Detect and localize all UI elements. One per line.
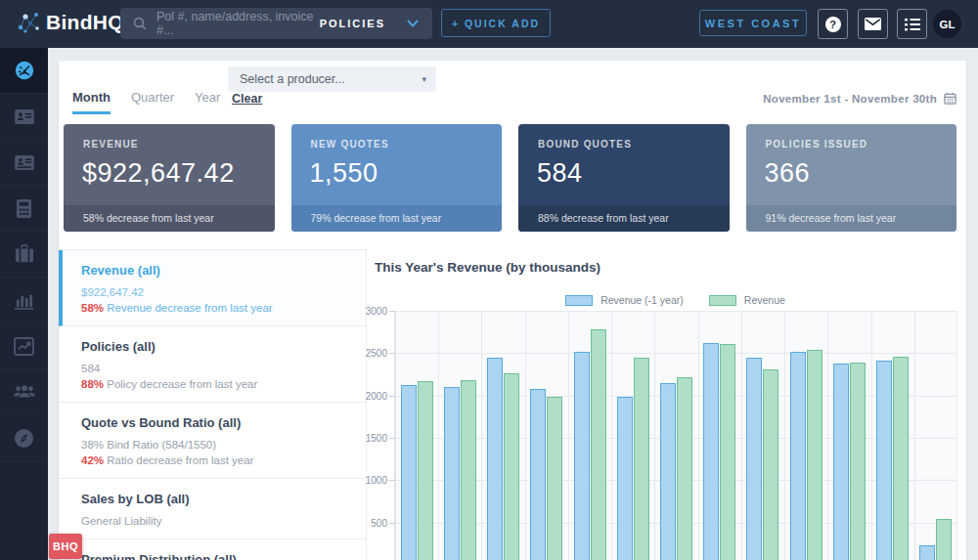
tab-month[interactable]: Month — [72, 90, 111, 114]
x-gridline — [568, 311, 569, 560]
legend-swatch — [709, 295, 736, 306]
x-gridline — [525, 311, 526, 560]
sidebar-item-compass[interactable] — [0, 415, 48, 461]
stat-card-footer: 88% decrease from last year — [518, 205, 730, 232]
metric-title: Quote vs Bound Ratio (all) — [81, 415, 350, 430]
stat-card-new-quotes: NEW QUOTES1,55079% decrease from last ye… — [291, 124, 503, 232]
dashboard-panel: Select a producer... ▾ MonthQuarterYear … — [59, 61, 966, 560]
stat-card-title: REVENUE — [83, 139, 139, 150]
metric-change-pct: 88% — [81, 378, 104, 390]
tab-quarter[interactable]: Quarter — [131, 90, 174, 114]
activity-list-button[interactable] — [897, 9, 927, 39]
bar-prev-year — [487, 358, 503, 560]
users-icon — [13, 383, 36, 401]
calculator-icon — [16, 198, 32, 219]
x-gridline — [956, 311, 957, 560]
sidebar-item-id-card[interactable] — [0, 94, 48, 140]
metric-item-premium-distribution-all[interactable]: Premium Distribution (all) — [59, 539, 366, 560]
y-gridline — [395, 523, 956, 524]
stat-card-footer: 91% decrease from last year — [746, 205, 957, 232]
chart-legend: Revenue (-1 year)Revenue — [394, 294, 956, 306]
bar-current-year — [807, 350, 822, 560]
y-gridline — [395, 353, 956, 354]
contact-card-icon — [14, 154, 35, 171]
sidebar-item-contact-card[interactable] — [0, 140, 48, 186]
user-avatar[interactable]: GL — [933, 10, 961, 38]
metric-change-line: 42% Ratio decrease from last year — [81, 454, 350, 466]
select-caret-icon: ▾ — [422, 74, 426, 84]
sidebar-item-gauge[interactable] — [0, 48, 48, 94]
y-gridline — [395, 480, 956, 481]
bar-prev-year — [530, 389, 546, 560]
producer-select-value: Select a producer... — [240, 72, 422, 86]
search-input[interactable]: Pol #, name/address, invoice #... — [156, 10, 320, 37]
stat-card-value: 366 — [765, 158, 811, 189]
date-range-picker[interactable]: November 1st - November 30th — [763, 92, 956, 105]
chevron-down-icon[interactable] — [407, 20, 419, 27]
quick-add-button[interactable]: + QUICK ADD — [441, 9, 551, 37]
x-gridline — [827, 311, 828, 560]
question-icon: ? — [825, 17, 841, 32]
network-logo-icon — [16, 10, 41, 35]
chart-title: This Year's Revenue (by thousands) — [375, 260, 600, 275]
bar-prev-year — [617, 397, 633, 560]
legend-label: Revenue — [744, 294, 785, 306]
date-range-text: November 1st - November 30th — [763, 93, 937, 105]
producer-select[interactable]: Select a producer... ▾ — [228, 66, 436, 92]
bar-current-year — [850, 363, 866, 560]
sidebar-item-bar-chart[interactable] — [0, 278, 48, 323]
stat-card-revenue: REVENUE$922,647.4258% decrease from last… — [64, 124, 275, 232]
metric-change-line: 88% Policy decrease from last year — [81, 378, 350, 390]
tab-year[interactable]: Year — [195, 90, 220, 114]
metric-item-quote-vs-bound-ratio-all[interactable]: Quote vs Bound Ratio (all)38% Bind Ratio… — [59, 403, 366, 479]
help-button[interactable]: ? — [818, 9, 848, 39]
stat-card-footer: 58% decrease from last year — [64, 205, 275, 232]
brand-logo[interactable]: BindHQ — [16, 10, 124, 35]
stat-card-title: BOUND QUOTES — [538, 139, 632, 150]
metric-change-pct: 58% — [81, 302, 104, 314]
metric-title: Revenue (all) — [81, 263, 350, 278]
x-gridline — [654, 311, 655, 560]
clear-filters-link[interactable]: Clear — [232, 92, 262, 106]
bar-prev-year — [790, 352, 806, 560]
sidebar-item-users[interactable] — [0, 369, 48, 415]
bar-chart-icon — [14, 291, 34, 310]
bar-current-year — [418, 381, 433, 560]
sidebar-item-calculator[interactable] — [0, 186, 48, 232]
legend-label: Revenue (-1 year) — [600, 294, 684, 306]
search-scope-select[interactable]: POLICIES — [320, 18, 385, 29]
bar-prev-year — [574, 352, 590, 560]
y-gridline — [395, 396, 956, 397]
bar-prev-year — [444, 387, 460, 560]
y-tick-label: 3000 — [354, 306, 387, 317]
sidebar-item-briefcase[interactable] — [0, 232, 48, 278]
global-search[interactable]: Pol #, name/address, invoice #... POLICI… — [120, 8, 432, 39]
briefcase-icon — [14, 244, 35, 264]
metric-value-line: 584 — [81, 363, 350, 374]
bhq-launcher-badge[interactable]: BHQ — [49, 534, 82, 559]
bar-prev-year — [401, 385, 417, 560]
y-tick-label: 1500 — [354, 433, 387, 444]
x-gridline — [914, 311, 915, 560]
stat-card-value: 1,550 — [310, 158, 378, 189]
metric-change-pct: 42% — [81, 454, 104, 466]
bar-current-year — [677, 377, 692, 560]
stat-card-title: POLICIES ISSUED — [766, 139, 868, 150]
y-tick-label: 2000 — [354, 391, 387, 402]
bar-current-year — [634, 358, 649, 560]
sidebar-item-line-chart[interactable] — [0, 323, 48, 369]
y-gridline — [395, 311, 956, 312]
messages-button[interactable] — [858, 9, 888, 39]
metric-item-revenue-all[interactable]: Revenue (all)$922,647.4258% Revenue decr… — [59, 250, 366, 326]
bar-current-year — [893, 357, 909, 560]
x-gridline — [698, 311, 699, 560]
id-card-icon — [14, 108, 35, 125]
metric-item-policies-all[interactable]: Policies (all)58488% Policy decrease fro… — [59, 326, 366, 403]
metric-item-sales-by-lob-all[interactable]: Sales by LOB (all)General Liability — [59, 479, 366, 539]
region-button[interactable]: WEST COAST — [699, 10, 807, 36]
metric-change-line: 58% Revenue decrease from last year — [81, 302, 350, 314]
y-tick-label: 500 — [354, 518, 387, 529]
legend-swatch — [565, 295, 593, 306]
bar-current-year — [936, 519, 952, 560]
y-gridline — [395, 438, 956, 439]
